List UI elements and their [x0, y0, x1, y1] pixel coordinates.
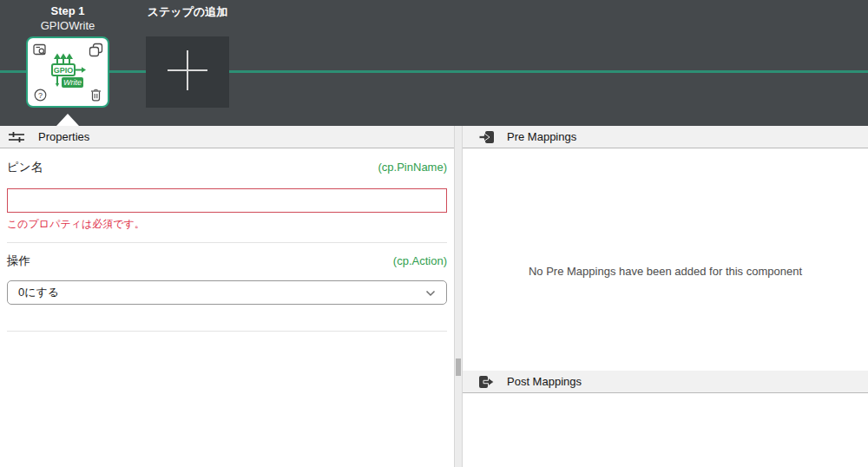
add-step-label: ステップの追加: [146, 4, 229, 20]
properties-header: Properties: [0, 126, 454, 148]
pre-mappings-header: Pre Mappings: [463, 126, 868, 148]
action-select[interactable]: 0にする: [7, 280, 447, 305]
gpio-write-logo: GPIO Write: [28, 38, 108, 106]
pre-mappings-body: No Pre Mappings have been added for this…: [463, 148, 868, 371]
svg-text:GPIO: GPIO: [54, 66, 74, 75]
selected-step-caret: [56, 114, 79, 126]
pin-name-label: ピン名: [7, 160, 43, 175]
sliders-icon: [8, 130, 25, 144]
post-mappings-header: Post Mappings: [463, 371, 868, 393]
pin-name-error: このプロパティは必須です。: [7, 217, 447, 232]
step-card[interactable]: ? GPIO: [26, 36, 109, 108]
add-step-button[interactable]: [146, 36, 229, 108]
pin-name-input[interactable]: [7, 188, 447, 213]
action-label: 操作: [7, 253, 30, 269]
flow-connector-line: [0, 70, 868, 73]
action-binding: (cp.Action): [393, 254, 447, 267]
sign-out-icon: [477, 374, 495, 390]
action-select-value: 0にする: [18, 285, 59, 300]
step-label: Step 1: [26, 4, 109, 17]
pin-name-binding: (cp.PinName): [378, 161, 447, 174]
chevron-down-icon: [425, 286, 436, 299]
workflow-canvas: Step 1 GPIOWrite ?: [0, 0, 868, 126]
pre-mappings-title: Pre Mappings: [507, 130, 576, 143]
sign-in-icon: [477, 129, 495, 145]
panel-splitter[interactable]: [454, 126, 463, 467]
post-mappings-body: [463, 393, 868, 467]
post-mappings-title: Post Mappings: [507, 375, 582, 388]
field-divider: [7, 242, 447, 243]
splitter-handle-icon: [456, 358, 461, 376]
field-divider: [7, 331, 447, 332]
step-type-label: GPIOWrite: [26, 19, 109, 32]
properties-panel: Properties ピン名 (cp.PinName) このプロパティは必須です…: [0, 126, 454, 467]
svg-text:Write: Write: [63, 78, 82, 87]
plus-icon: [163, 46, 212, 98]
properties-title: Properties: [38, 130, 89, 143]
pre-mappings-empty-message: No Pre Mappings have been added for this…: [529, 265, 802, 278]
mappings-panel: Pre Mappings No Pre Mappings have been a…: [463, 126, 868, 467]
